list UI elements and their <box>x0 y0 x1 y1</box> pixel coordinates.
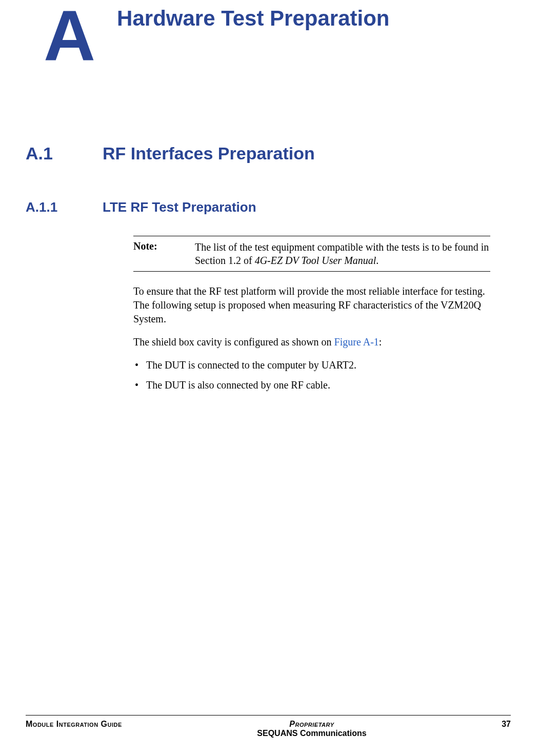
subsection-title: LTE RF Test Preparation <box>103 199 256 215</box>
note-text-italic: 4G-EZ DV Tool User Manual <box>255 255 376 266</box>
subsection-number: A.1.1 <box>26 199 103 215</box>
p2-before-link: The shield box cavity is configured as s… <box>133 336 334 348</box>
footer-center-bottom: SEQUANS Communications <box>257 729 366 738</box>
section-heading: A.1RF Interfaces Preparation <box>26 144 490 164</box>
paragraph-1: To ensure that the RF test platform will… <box>133 284 490 326</box>
footer-center-top: Proprietary <box>257 720 366 729</box>
note-text-after: . <box>376 255 378 266</box>
list-item: The DUT is also connected by one RF cabl… <box>146 378 490 392</box>
footer-center: Proprietary SEQUANS Communications <box>257 720 366 738</box>
footer-rule <box>26 715 511 716</box>
note-text: The list of the test equipment compatibl… <box>195 240 490 267</box>
list-item: The DUT is connected to the computer by … <box>146 358 490 372</box>
page-number: 37 <box>502 720 511 729</box>
content-block: Note: The list of the test equipment com… <box>133 236 490 392</box>
p2-after-link: : <box>379 336 382 348</box>
footer-left: Module Integration Guide <box>26 720 122 729</box>
section-title: RF Interfaces Preparation <box>103 144 315 163</box>
appendix-letter: A <box>44 0 91 72</box>
bullet-list: The DUT is connected to the computer by … <box>133 358 490 392</box>
subsection-heading: A.1.1LTE RF Test Preparation <box>26 199 490 215</box>
figure-link[interactable]: Figure A-1 <box>334 336 379 348</box>
page-footer: Module Integration Guide Proprietary SEQ… <box>26 715 511 738</box>
note-label: Note: <box>133 240 195 267</box>
section-number: A.1 <box>26 144 103 164</box>
footer-row: Module Integration Guide Proprietary SEQ… <box>26 720 511 738</box>
paragraph-2: The shield box cavity is configured as s… <box>133 335 490 349</box>
appendix-title: Hardware Test Preparation <box>117 0 389 32</box>
appendix-header: A Hardware Test Preparation <box>26 0 490 72</box>
note-block: Note: The list of the test equipment com… <box>133 236 490 272</box>
